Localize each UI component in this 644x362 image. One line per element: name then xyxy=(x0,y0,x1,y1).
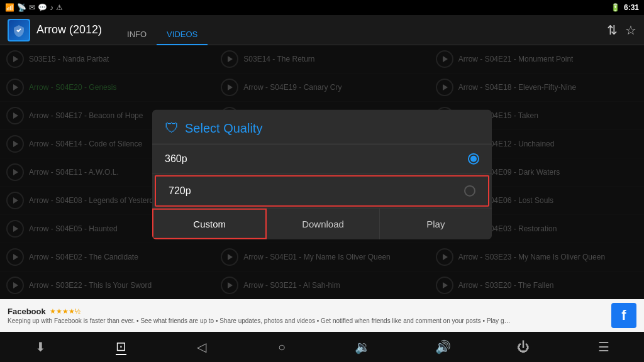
fb-logo: f xyxy=(611,303,636,328)
nav-menu[interactable]: ☰ xyxy=(585,334,623,359)
chat-icon: 💬 xyxy=(38,3,47,12)
play-button-dialog[interactable]: Play xyxy=(380,209,492,239)
back-icon: ◁ xyxy=(197,339,206,354)
fb-description: Keeping up with Facebook is faster than … xyxy=(8,317,511,324)
camera-icon: ⊡ xyxy=(116,339,126,355)
volume-up-icon: 🔊 xyxy=(435,339,451,354)
status-bar: 📶 📡 ✉ 💬 ♪ ⚠ 🔋 6:31 xyxy=(0,0,644,15)
fb-app-name: Facebook xyxy=(8,307,46,316)
app-bar-actions: ⇅ ☆ xyxy=(607,23,636,38)
app-bar: Arrow (2012) INFO VIDEOS ⇅ ☆ xyxy=(0,15,644,45)
bottom-nav: ⬇ ⊡ ◁ ○ 🔉 🔊 ⏻ ☰ xyxy=(0,332,644,362)
music-icon: ♪ xyxy=(50,3,53,12)
dialog-header: 🛡 Select Quality xyxy=(152,110,492,144)
status-icons-left: 📶 📡 ✉ 💬 ♪ ⚠ xyxy=(5,3,63,12)
radio-720p[interactable] xyxy=(464,185,475,197)
alert-icon: ⚠ xyxy=(56,3,63,12)
quality-option-360p[interactable]: 360p xyxy=(152,145,492,174)
menu-icon: ☰ xyxy=(598,339,609,354)
tab-videos[interactable]: VIDEOS xyxy=(157,30,208,45)
dialog-actions: Custom Download Play xyxy=(152,208,492,239)
mail-icon: ✉ xyxy=(29,3,35,12)
quality-label-720p: 720p xyxy=(169,185,191,197)
power-icon: ⏻ xyxy=(517,340,530,354)
home-icon: ○ xyxy=(278,340,286,354)
wifi-icon: 📡 xyxy=(17,3,26,12)
fb-text-block: Facebook ★★★★½ Keeping up with Facebook … xyxy=(8,307,611,324)
nav-vol-down[interactable]: 🔉 xyxy=(343,334,381,359)
fb-stars: ★★★★½ xyxy=(50,307,80,315)
quality-option-720p[interactable]: 720p xyxy=(155,175,489,207)
radio-360p[interactable] xyxy=(468,153,479,165)
app-title: Arrow (2012) xyxy=(36,23,102,36)
download-button[interactable]: Download xyxy=(267,209,379,239)
app-icon[interactable] xyxy=(8,19,30,41)
battery-icon: 🔋 xyxy=(611,3,620,12)
tab-info[interactable]: INFO xyxy=(117,30,157,45)
nav-download[interactable]: ⬇ xyxy=(21,334,59,359)
nav-home[interactable]: ○ xyxy=(263,334,301,359)
volume-down-icon: 🔉 xyxy=(355,339,370,354)
select-quality-dialog: 🛡 Select Quality 360p 720p Custom Downlo… xyxy=(152,110,492,239)
status-time: 6:31 xyxy=(624,3,639,12)
nav-back[interactable]: ◁ xyxy=(182,334,220,359)
app-icon-inner xyxy=(9,20,29,40)
fb-title-row: Facebook ★★★★½ xyxy=(8,307,611,316)
shield-icon: 🛡 xyxy=(165,120,179,136)
download-icon: ⬇ xyxy=(35,339,46,354)
quality-label-360p: 360p xyxy=(165,153,187,165)
nav-vol-up[interactable]: 🔊 xyxy=(424,334,462,359)
star-icon[interactable]: ☆ xyxy=(625,23,636,38)
nav-camera[interactable]: ⊡ xyxy=(102,334,140,359)
dialog-title: Select Quality xyxy=(185,121,262,135)
signal-icon: 📶 xyxy=(5,3,14,12)
nav-power[interactable]: ⏻ xyxy=(504,334,542,359)
custom-button[interactable]: Custom xyxy=(152,209,267,239)
facebook-ad-bar[interactable]: Facebook ★★★★½ Keeping up with Facebook … xyxy=(0,299,644,332)
status-icons-right: 🔋 6:31 xyxy=(611,3,639,12)
tab-bar: INFO VIDEOS xyxy=(117,15,208,45)
sort-icon[interactable]: ⇅ xyxy=(607,23,618,38)
